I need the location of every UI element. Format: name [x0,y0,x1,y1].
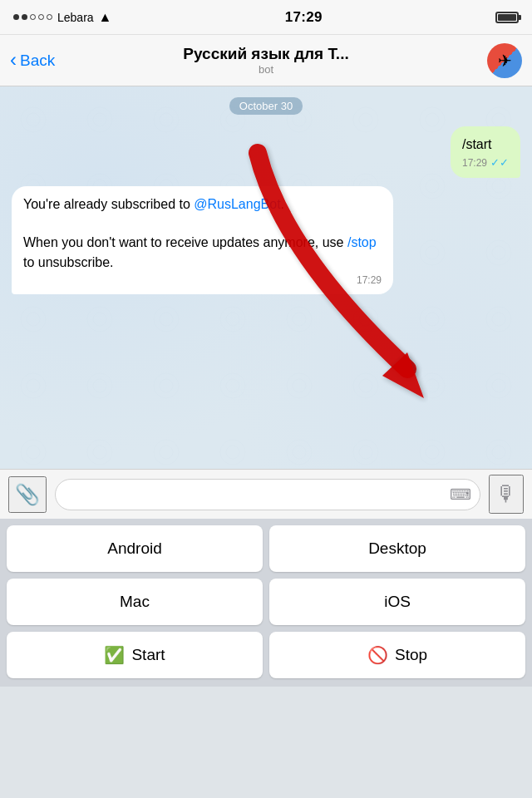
message-text-start: /start [462,135,509,154]
message-text-incoming: You're already subscribed to @RusLangBot… [23,195,382,272]
bot-keyboard: Android Desktop Mac iOS ✅ Start 🚫 Stop [0,519,532,687]
status-bar: Lebara ▲ 17:29 [0,0,532,35]
start-emoji: ✅ [104,645,125,665]
svg-marker-0 [382,352,424,398]
back-chevron-icon: ‹ [10,50,17,70]
attach-button[interactable]: 📎 [8,476,47,513]
attach-icon: 📎 [15,483,40,505]
kb-button-ios[interactable]: iOS [269,579,525,625]
message-row-incoming: You're already subscribed to @RusLangBot… [12,186,520,294]
signal-dot-1 [13,14,19,20]
battery-fill [498,14,516,21]
nav-center: Русский язык для Т... bot [183,45,348,76]
signal-dot-3 [30,14,36,20]
stop-label: Stop [395,646,427,664]
nav-subtitle: bot [183,63,348,76]
android-label: Android [107,539,162,558]
date-badge: October 30 [229,98,303,113]
message-input[interactable] [64,487,450,502]
wifi-icon: ▲ [99,10,112,25]
stop-emoji: 🚫 [367,645,388,665]
date-badge-text: October 30 [229,97,303,115]
input-bar: 📎 ⌨ 🎙 [0,469,532,519]
battery-icon [495,12,519,23]
nav-bar: ‹ Back Русский язык для Т... bot ✈ [0,35,532,86]
kb-button-android[interactable]: Android [7,525,263,572]
back-button[interactable]: ‹ Back [10,52,55,70]
message-row-outgoing: /start 17:29 ✓✓ [12,126,520,178]
text-input-wrapper: ⌨ [55,479,480,510]
message-meta-outgoing: 17:29 ✓✓ [462,155,509,171]
desktop-label: Desktop [368,539,426,558]
kb-button-mac[interactable]: Mac [7,579,263,625]
signal-dot-4 [38,14,44,20]
message-meta-incoming: 17:29 [23,273,382,288]
message-time-outgoing: 17:29 [462,156,487,170]
message-time-incoming: 17:29 [357,273,382,288]
signal-dot-5 [47,14,52,20]
message-bubble-outgoing: /start 17:29 ✓✓ [451,126,520,178]
read-receipts: ✓✓ [490,155,509,171]
avatar-icon: ✈ [498,51,512,71]
back-label: Back [20,52,55,70]
signal-strength [13,14,52,20]
avatar[interactable]: ✈ [487,43,522,78]
status-time: 17:29 [285,9,323,26]
kb-button-desktop[interactable]: Desktop [269,525,525,572]
carrier-label: Lebara [57,11,94,24]
kb-button-start[interactable]: ✅ Start [7,632,263,678]
mac-label: Mac [120,593,150,611]
status-right [495,12,519,23]
status-left: Lebara ▲ [13,10,111,25]
start-label: Start [131,646,165,664]
message-bubble-incoming: You're already subscribed to @RusLangBot… [12,186,393,294]
chat-area: October 30 /start 17:29 ✓✓ You're alread… [0,86,532,469]
nav-title: Русский язык для Т... [183,45,348,63]
keyboard-icon[interactable]: ⌨ [450,485,471,504]
signal-dot-2 [22,14,27,20]
ios-label: iOS [384,593,411,611]
stop-link[interactable]: /stop [347,235,377,249]
kb-button-stop[interactable]: 🚫 Stop [269,632,525,678]
mic-button[interactable]: 🎙 [489,475,524,514]
ruslangbot-link[interactable]: @RusLangBot [194,197,280,211]
mic-icon: 🎙 [495,481,517,506]
